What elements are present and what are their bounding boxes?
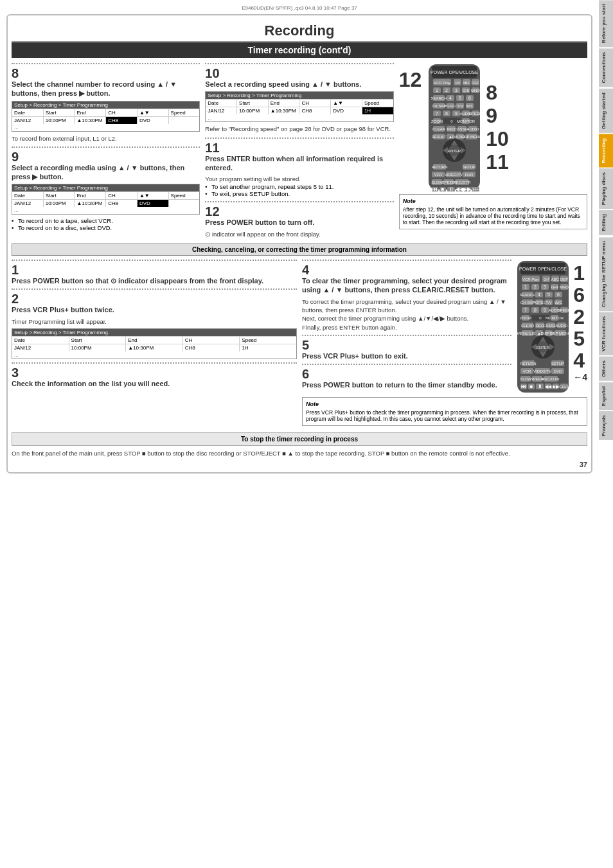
svg-text:8: 8 [445,111,448,116]
timer-table-check: Setup > Recording > Timer Programming Da… [12,328,297,359]
check-step-2-body: Timer Programming list will appear. [12,317,297,326]
step-12-title: Press POWER button to turn off. [205,218,393,227]
t-speed: Speed [169,109,200,116]
tc-row-speed: 1H [240,344,296,351]
tc-start: Start [69,337,127,344]
check-step-4-title2: To correct the timer programming, select… [302,297,511,315]
t3-start: Start [237,100,269,107]
right-step-8: 8 [486,82,509,103]
svg-text:VCR: VCR [434,173,443,177]
step-10-number: 10 [205,67,393,80]
svg-text:MNO: MNO [471,89,480,93]
b-step-5: 5 [573,328,587,349]
tc-row-date: JAN/12 [12,344,69,351]
check-step-4: 4 To clear the timer programming, select… [302,260,511,332]
tab-getting-started[interactable]: Getting started [599,89,613,133]
svg-text:4: 4 [538,292,540,297]
t3-speed-hdr: Speed [362,100,393,107]
note-top-label: Note [403,198,583,204]
right-step-11: 11 [486,152,509,172]
timer-table-header3: Setup > Recording > Timer Programming [206,92,393,99]
svg-text:RETURN: RETURN [520,362,537,366]
svg-text:6: 6 [468,96,471,100]
svg-text:ENTER: ENTER [448,149,461,153]
svg-text:ZOOM: ZOOM [431,120,443,123]
t2-arrows: ▲▼ [138,192,169,199]
tab-espanol[interactable]: Español [599,382,613,410]
svg-text:SPEED: SPEED [469,112,483,116]
tab-playing-discs[interactable]: Playing discs [599,168,613,209]
svg-text:VCR Play: VCR Play [522,278,539,281]
t3-row-media: DVD [331,107,362,114]
step-9-number: 9 [12,150,200,163]
step-11-number: 11 [205,141,393,154]
svg-text:◀◀: ◀◀ [545,384,552,389]
timer-table-media: Setup > Recording > Timer Programming Da… [12,184,200,215]
svg-text:MONITOR: MONITOR [546,316,564,320]
t3-row-speed: 1H [362,107,393,114]
svg-text:2: 2 [445,88,448,93]
svg-text:■: ■ [530,384,533,389]
check-step-3: 3 Check the information on the list you … [12,362,297,388]
note-bottom-label: Note [306,401,583,407]
svg-text:ABC: ABC [551,278,560,281]
tab-before-you-start[interactable]: Before you start [599,0,613,47]
svg-text:9: 9 [455,111,458,116]
svg-text:8: 8 [534,308,537,312]
t2-ch: CH [106,192,138,199]
svg-text:GHI: GHI [463,89,470,93]
svg-text:SETUP: SETUP [463,165,475,169]
t3-row-ch: CH8 [299,107,331,114]
t3-arrows: ▲▼ [331,100,362,107]
timer-dots-check: ... [12,351,296,359]
tab-changing-setup[interactable]: Changing the SETUP menu [599,237,613,311]
svg-text:SLOW: SLOW [520,377,531,381]
stop-box-title: To stop the timer recording in process [12,432,587,446]
tab-connections[interactable]: Connections [599,48,613,87]
step-8-note: To record from external input, L1 or L2. [12,134,200,143]
t2-row-media: DVD [138,200,169,207]
svg-text:⊙/!: ⊙/! [455,81,461,85]
svg-text:AUDIO: AUDIO [556,324,568,328]
svg-text:T/V: T/V [546,301,552,305]
tab-editing[interactable]: Editing [599,210,613,235]
check-step-2-title: Press VCR Plus+ button twice. [12,305,297,314]
svg-text:7: 7 [436,111,438,116]
tab-francais[interactable]: Français [599,411,613,440]
tab-others[interactable]: Others [599,357,613,381]
sub-title: Timer recording (cont'd) [12,42,587,58]
t-row-date: JAN/12 [12,117,44,124]
svg-text:ABC: ABC [463,81,471,85]
t-date: Date [12,109,44,116]
remote-control-top: POWER OPEN/CLOSE VCR Play ⊙/! ABC DEF [425,63,483,191]
svg-text:POWER  OPEN/CLOSE: POWER OPEN/CLOSE [519,267,567,271]
timer-dots2: ... [12,207,199,214]
timer-dots3: ... [206,114,393,121]
tab-recording[interactable]: Recording [599,134,613,168]
tc-row-start: 10:00PM [69,344,127,351]
step-9-bullet-2: To record on to a disc, select DVD. [12,224,200,231]
step-9-title: Select a recording media using ▲ / ▼ but… [12,163,200,182]
tc-speed: Speed [240,337,296,344]
arrow-indicator: ←4 [573,372,587,382]
check-step-5-num: 5 [302,339,511,351]
stop-body: On the front panel of the main unit, pre… [12,449,587,458]
svg-text:REC/OTR: REC/OTR [454,181,472,184]
tab-vcr-functions[interactable]: VCR functions [599,312,613,355]
svg-text:PGFD2: PGFD2 [533,301,546,305]
svg-text:DEF: DEF [560,278,568,281]
svg-text:6: 6 [557,292,560,297]
check-step-1: 1 Press POWER button so that ⊙ indicator… [12,260,297,285]
note-top-text: After step 12, the unit will be turned o… [403,206,583,226]
svg-text:CLEAR: CLEAR [521,324,535,328]
t3-row-end: ▲10:30PM [269,107,300,114]
timer-table-header2: Setup > Recording > Timer Programming [12,184,199,191]
page-number: 37 [12,461,587,468]
t3-end: End [269,100,300,107]
svg-text:4: 4 [449,96,452,100]
svg-text:1: 1 [524,285,527,289]
step-9-section: 9 Select a recording media using ▲ / ▼ b… [12,146,200,232]
svg-text:TOP MENU: TOP MENU [550,332,570,335]
remote-control-bottom: POWER OPEN/CLOSE VCR Play ⊙/! ABC DEF [514,260,572,394]
page-title: Recording [12,19,587,42]
